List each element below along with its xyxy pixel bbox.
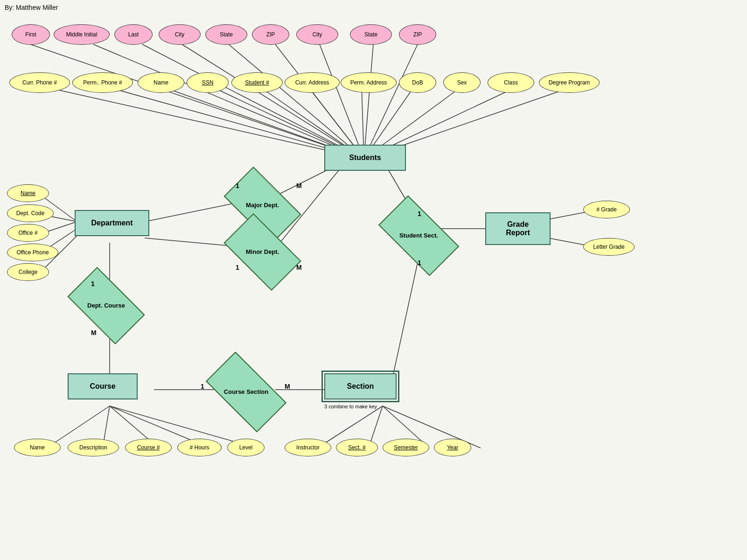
attr-last: Last [114,24,153,45]
attr-ssn: SSN [187,72,229,93]
card-deptcourse-1: 1 [91,280,95,287]
author-label: By: Matthew Miller [5,4,58,11]
attr-name: Name [138,72,184,93]
entity-section: Section [324,373,397,399]
attr-city-perm: City [159,24,201,45]
attr-course-name: Name [14,439,61,456]
svg-line-0 [30,44,364,159]
attr-zip-perm: ZIP [252,24,289,45]
attr-zip-curr: ZIP [399,24,436,45]
attr-semester: Semester [383,439,429,456]
attr-dept-code: Dept. Code [7,204,54,222]
card-minor-1: 1 [236,264,239,271]
card-studsect-1top: 1 [418,210,421,217]
svg-line-4 [229,44,364,159]
card-coursesect-m: M [285,383,290,390]
attr-curr-address: Curr. Address [285,72,340,93]
rel-dept-course: Dept. Course [72,285,140,327]
attr-level: Level [227,439,265,456]
rel-major-dept: Major Dept. [229,184,296,226]
svg-line-3 [182,44,364,159]
attr-perm-phone: Perm.. Phone # [72,72,133,93]
attr-state-curr: State [350,24,392,45]
entity-grade-report: Grade Report [485,212,551,245]
entity-students: Students [324,145,406,171]
svg-line-1 [93,44,364,159]
svg-line-2 [142,44,364,159]
attr-first: First [12,24,50,45]
attr-course-num: Course # [125,439,172,456]
attr-instructor: Instructor [285,439,331,456]
attr-sex: Sex [443,72,481,93]
svg-line-34 [392,252,420,380]
card-major-m: M [296,182,302,189]
attr-year: Year [434,439,471,456]
svg-line-9 [42,86,364,159]
attr-state-perm: State [205,24,247,45]
card-major-1: 1 [236,182,239,189]
rel-course-section: Course Section [210,371,282,413]
attr-office-num: Office # [7,224,49,242]
attr-student-num: Student # [231,72,283,93]
card-deptcourse-m: M [91,329,97,336]
attr-perm-address: Perm. Address [341,72,397,93]
attr-letter-grade: Letter Grade [583,238,635,256]
attr-middle-initial: Middle Initial [54,24,110,45]
attr-curr-phone: Curr. Phone # [9,72,70,93]
rel-student-sect: Student Sect. [383,215,455,257]
entity-course: Course [68,373,138,399]
section-note: 3 combine to make key [324,404,377,409]
attr-college: College [7,263,49,281]
svg-line-8 [364,44,418,159]
attr-city-curr: City [296,24,338,45]
attr-class: Class [488,72,534,93]
attr-office-phone: Office Phone [7,244,58,261]
attr-dob: DoB [399,72,436,93]
svg-line-5 [275,44,364,159]
svg-line-7 [364,44,373,159]
attr-description: Description [68,439,119,456]
svg-line-6 [320,44,364,159]
attr-degree-program: Degree Program [539,72,600,93]
card-studsect-1bot: 1 [418,259,421,266]
card-minor-m: M [296,264,302,271]
attr-sect-num: Sect. # [336,439,378,456]
attr-dept-name: Name [7,184,49,202]
attr-num-grade: # Grade [583,201,630,218]
entity-department: Department [75,210,149,236]
card-coursesect-1: 1 [201,383,204,390]
attr-num-hours: # Hours [177,439,222,456]
